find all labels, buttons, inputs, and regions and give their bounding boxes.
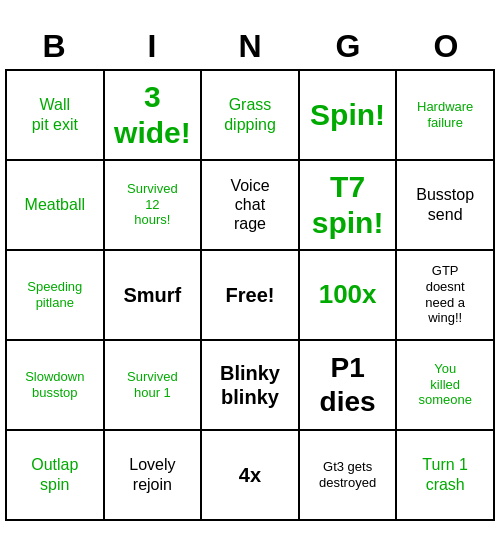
cell-24: Turn 1 crash [397,431,495,521]
cell-19: You killed someone [397,341,495,431]
cell-18: P1 dies [300,341,398,431]
letter-o: O [401,28,491,65]
cell-21: Lovely rejoin [105,431,203,521]
cell-3: Spin! [300,71,398,161]
cell-5: Meatball [7,161,105,251]
cell-13: 100x [300,251,398,341]
bingo-grid: Wall pit exit3 wide!Grass dippingSpin!Ha… [5,69,495,521]
cell-2: Grass dipping [202,71,300,161]
letter-g: G [303,28,393,65]
cell-17: Blinky blinky [202,341,300,431]
cell-7: Voice chat rage [202,161,300,251]
cell-0: Wall pit exit [7,71,105,161]
bingo-card: B I N G O Wall pit exit3 wide!Grass dipp… [5,24,495,521]
cell-15: Slowdown busstop [7,341,105,431]
cell-22: 4x [202,431,300,521]
cell-6: Survived 12 hours! [105,161,203,251]
cell-4: Hardware failure [397,71,495,161]
cell-23: Gt3 gets destroyed [300,431,398,521]
cell-16: Survived hour 1 [105,341,203,431]
bingo-title: B I N G O [5,24,495,69]
cell-10: Speeding pitlane [7,251,105,341]
letter-b: B [9,28,99,65]
cell-20: Outlap spin [7,431,105,521]
cell-1: 3 wide! [105,71,203,161]
cell-9: Busstop send [397,161,495,251]
cell-12: Free! [202,251,300,341]
cell-14: GTP doesnt need a wing!! [397,251,495,341]
cell-11: Smurf [105,251,203,341]
letter-i: I [107,28,197,65]
letter-n: N [205,28,295,65]
cell-8: T7 spin! [300,161,398,251]
